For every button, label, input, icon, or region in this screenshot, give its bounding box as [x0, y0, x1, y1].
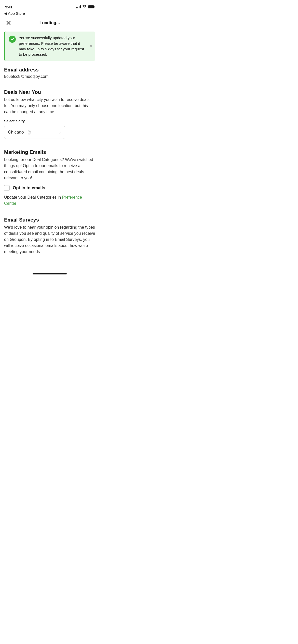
status-time: 9:41 [5, 5, 12, 9]
wifi-icon [82, 5, 86, 9]
close-button[interactable] [4, 19, 13, 27]
signal-icon [76, 5, 81, 8]
deals-section-desc: Let us know what city you wish to receiv… [4, 97, 95, 115]
close-icon [5, 19, 12, 27]
surveys-section-title: Email Surveys [4, 217, 95, 223]
svg-line-1 [30, 131, 30, 131]
success-banner: You've successfully updated your prefere… [4, 32, 95, 61]
svg-line-4 [30, 133, 30, 134]
email-value: 5c6efcc8@moodjoy.com [4, 74, 95, 79]
marketing-section: Marketing Emails Looking for our Deal Ca… [4, 149, 95, 207]
page-title: Loading... [39, 20, 60, 25]
deals-section-title: Deals Near You [4, 89, 95, 95]
banner-close-button[interactable]: × [90, 44, 92, 48]
city-dropdown[interactable]: Chicago ⌄ [4, 126, 65, 139]
home-pill [33, 273, 67, 274]
selected-city: Chicago [8, 130, 24, 135]
marketing-section-desc: Looking for our Deal Categories? We've s… [4, 157, 95, 181]
app-store-back[interactable]: ◀ App Store [0, 11, 99, 17]
marketing-section-title: Marketing Emails [4, 149, 95, 155]
deals-section: Deals Near You Let us know what city you… [4, 89, 95, 139]
svg-line-5 [29, 134, 30, 134]
page-content: Email address 5c6efcc8@moodjoy.com Deals… [0, 65, 99, 271]
opt-in-label: Opt in to emails [13, 185, 45, 191]
success-icon [9, 36, 16, 43]
divider-1 [4, 85, 95, 85]
surveys-section: Email Surveys We'd love to hear your opi… [4, 217, 95, 255]
status-bar: 9:41 [0, 0, 99, 11]
opt-in-checkbox[interactable] [4, 185, 10, 191]
divider-2 [4, 145, 95, 145]
city-select-left: Chicago [8, 130, 31, 135]
email-section: Email address 5c6efcc8@moodjoy.com [4, 67, 95, 79]
email-section-title: Email address [4, 67, 95, 73]
success-message: You've successfully updated your prefere… [19, 35, 92, 57]
opt-in-row: Opt in to emails [4, 185, 95, 191]
divider-3 [4, 213, 95, 213]
chevron-down-icon: ⌄ [58, 130, 61, 134]
nav-bar: Loading... [0, 17, 99, 29]
home-indicator [0, 271, 99, 276]
svg-line-2 [30, 131, 31, 132]
status-icons [76, 5, 94, 9]
surveys-section-desc: We'd love to hear your opinion regarding… [4, 224, 95, 255]
loading-spinner-icon [26, 130, 31, 135]
battery-icon [88, 5, 94, 8]
select-city-label: Select a city [4, 119, 95, 123]
pref-center-text: Update your Deal Categories in Preferenc… [4, 194, 95, 207]
